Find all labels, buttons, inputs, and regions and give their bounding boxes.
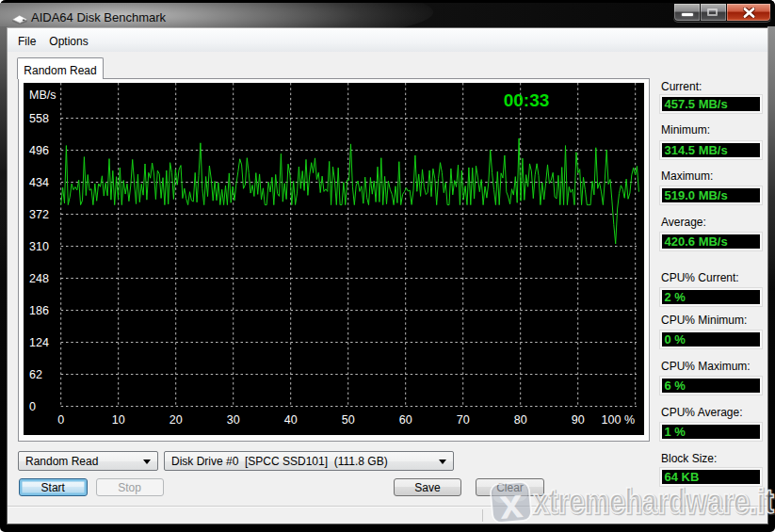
svg-text:372: 372: [29, 208, 49, 221]
svg-text:MB/s: MB/s: [29, 89, 56, 102]
svg-text:70: 70: [457, 413, 470, 427]
svg-text:124: 124: [29, 336, 49, 349]
svg-text:496: 496: [29, 144, 49, 157]
svg-text:90: 90: [572, 413, 585, 427]
svg-text:60: 60: [399, 413, 412, 427]
svg-text:310: 310: [29, 240, 49, 253]
svg-text:20: 20: [170, 413, 183, 427]
svg-text:x: x: [497, 479, 525, 527]
svg-text:xtremehardware.it: xtremehardware.it: [533, 482, 774, 521]
svg-text:80: 80: [514, 413, 527, 427]
svg-text:248: 248: [29, 272, 49, 285]
svg-text:30: 30: [227, 413, 240, 427]
svg-text:00:33: 00:33: [504, 90, 550, 110]
svg-text:558: 558: [29, 112, 49, 125]
svg-text:100 %: 100 %: [602, 413, 635, 427]
svg-text:0: 0: [57, 413, 64, 427]
svg-text:10: 10: [112, 413, 125, 427]
svg-text:62: 62: [29, 368, 42, 381]
svg-text:0: 0: [29, 400, 36, 413]
svg-text:186: 186: [29, 304, 49, 317]
svg-text:40: 40: [284, 413, 298, 427]
svg-text:50: 50: [342, 413, 355, 427]
svg-text:434: 434: [29, 176, 49, 189]
